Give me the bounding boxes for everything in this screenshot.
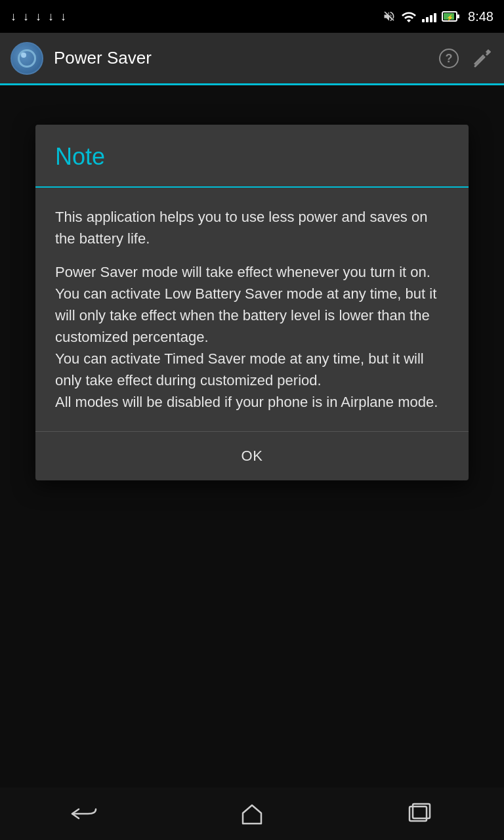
app-bar: Power Saver ? <box>0 33 504 85</box>
dialog-text-1: This application helps you to use less p… <box>55 206 449 249</box>
status-bar-left: ↓ ↓ ↓ ↓ ↓ <box>10 10 66 24</box>
app-logo-inner <box>18 49 36 68</box>
wifi-icon <box>401 10 417 22</box>
svg-text:?: ? <box>446 52 453 65</box>
mute-icon <box>383 10 396 23</box>
download-icon-4: ↓ <box>48 10 54 24</box>
bottom-nav <box>0 788 504 840</box>
recents-button[interactable] <box>400 794 440 833</box>
signal-icon <box>422 10 436 22</box>
dialog-footer: OK <box>35 431 469 480</box>
download-icon-1: ↓ <box>10 10 16 24</box>
overlay: Note This application helps you to use l… <box>0 85 504 788</box>
dialog-header: Note <box>35 125 469 188</box>
download-icon-5: ↓ <box>60 10 66 24</box>
settings-button[interactable] <box>472 48 494 69</box>
app-logo <box>10 42 43 75</box>
battery-icon: ⚡ <box>442 10 460 22</box>
dialog-body: This application helps you to use less p… <box>35 188 469 431</box>
status-bar-right: ⚡ 8:48 <box>383 9 494 24</box>
dialog-title: Note <box>55 143 105 170</box>
ok-button[interactable]: OK <box>35 432 469 480</box>
help-button[interactable]: ? <box>438 48 459 69</box>
svg-text:⚡: ⚡ <box>446 14 454 22</box>
status-time: 8:48 <box>468 9 494 24</box>
dialog-text-2: Power Saver mode will take effect whenev… <box>55 261 449 413</box>
download-icon-2: ↓ <box>23 10 29 24</box>
home-button[interactable] <box>232 794 272 833</box>
status-bar: ↓ ↓ ↓ ↓ ↓ ⚡ 8:48 <box>0 0 504 33</box>
back-button[interactable] <box>64 794 104 833</box>
app-title: Power Saver <box>54 48 438 68</box>
svg-rect-2 <box>457 14 459 18</box>
dialog: Note This application helps you to use l… <box>35 125 469 480</box>
download-icon-3: ↓ <box>35 10 41 24</box>
app-bar-actions: ? <box>438 48 494 69</box>
